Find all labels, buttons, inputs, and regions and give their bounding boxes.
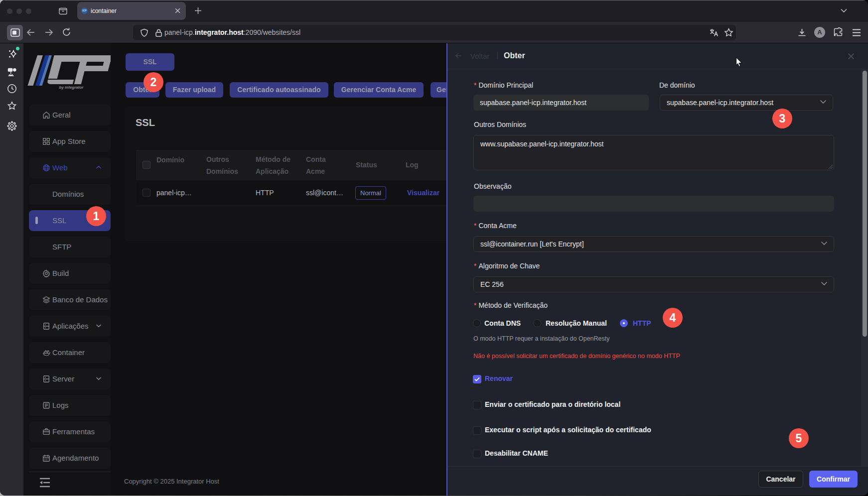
svg-text:by integrator: by integrator [59, 85, 84, 90]
